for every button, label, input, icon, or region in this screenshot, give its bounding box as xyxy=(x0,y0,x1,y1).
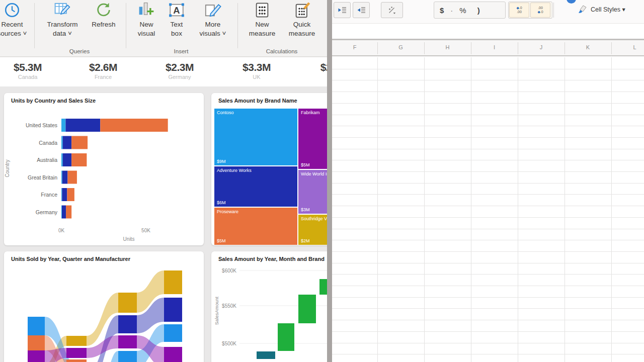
waterfall-bar[interactable] xyxy=(257,351,275,359)
treemap-tile-value: $2M xyxy=(301,238,310,243)
ribbon-button-label: Newvisual xyxy=(133,20,160,38)
column-header-K[interactable]: K xyxy=(586,44,590,50)
ribbon-block[interactable] xyxy=(164,298,182,322)
ribbon-block[interactable] xyxy=(118,293,137,313)
increase-decimal-button[interactable]: ◆.0.00 xyxy=(509,3,529,18)
bar-segment[interactable] xyxy=(63,153,71,166)
bar-segment[interactable] xyxy=(63,136,71,149)
column-header-F[interactable]: F xyxy=(353,44,357,50)
bar-segment[interactable] xyxy=(62,171,68,184)
kpi-label: France xyxy=(68,74,138,80)
treemap-tile[interactable]: Fabrikam$5M xyxy=(298,109,327,169)
column-header-J[interactable]: J xyxy=(540,44,543,50)
ribbon-button-refresh[interactable]: Refresh xyxy=(86,0,122,48)
decrease-indent-button[interactable] xyxy=(334,2,351,18)
kpi-label: Germany xyxy=(144,74,215,80)
kpi-card-UK[interactable]: $3.3MUK xyxy=(221,61,292,80)
ribbon-block[interactable] xyxy=(118,315,137,333)
kpi-card-cut[interactable]: $2 xyxy=(291,61,327,74)
ribbon-block[interactable] xyxy=(66,359,87,362)
ribbon-block[interactable] xyxy=(28,335,45,350)
ribbon-button-new-measure[interactable]: Newmeasure xyxy=(240,0,284,48)
ribbon-block[interactable] xyxy=(66,348,87,358)
bar-segment[interactable] xyxy=(65,119,100,132)
ribbon-button-text-box[interactable]: ATextbox xyxy=(162,0,191,48)
ribbon-block[interactable] xyxy=(28,350,45,362)
category-label: Germany xyxy=(36,209,58,215)
decrease-decimal-button[interactable]: .00◆.0 xyxy=(530,3,550,18)
spreadsheet-grid[interactable] xyxy=(332,57,644,362)
column-header-L[interactable]: L xyxy=(633,44,636,50)
bar-segment[interactable] xyxy=(61,136,63,149)
ribbon-block[interactable] xyxy=(66,336,87,346)
ribbon-button-recent-sources[interactable]: Recentsources ˅ xyxy=(0,0,44,48)
cell-styles-button[interactable]: Cell Styles ▾ xyxy=(578,4,625,14)
waterfall-bar[interactable] xyxy=(319,279,327,295)
treemap-tile[interactable]: Proseware$5M xyxy=(214,208,297,245)
powerbi-window: Recentsources ˅Transformdata ˅RefreshNew… xyxy=(0,0,327,362)
bar-segment[interactable] xyxy=(62,206,66,219)
recent-sources-icon xyxy=(4,2,21,19)
bar-segment[interactable] xyxy=(61,206,62,219)
treemap-tile[interactable]: Contoso$9M xyxy=(214,109,297,165)
decrease-indent-icon xyxy=(337,5,347,15)
waterfall-bar[interactable] xyxy=(278,323,294,351)
kpi-card-Canada[interactable]: $5.3MCanada xyxy=(0,61,63,80)
kpi-card-Germany[interactable]: $2.3MGermany xyxy=(144,61,215,80)
bar-segment[interactable] xyxy=(67,171,76,184)
currency-format-button[interactable]: $ xyxy=(434,6,449,15)
bar-segment[interactable] xyxy=(66,206,71,219)
visual-units-by-country[interactable]: Units by Country and Sales Size 0K50KUni… xyxy=(4,93,204,245)
bar-segment[interactable] xyxy=(61,171,62,184)
bar-segment[interactable] xyxy=(71,153,87,166)
kpi-card-row[interactable]: $5.3MCanada$2.6MFrance$2.3MGermany$3.3MU… xyxy=(0,57,327,86)
comma-format-button[interactable]: ) xyxy=(472,6,486,15)
bar-segment[interactable] xyxy=(67,188,74,201)
ribbon-button-transform-data[interactable]: Transformdata ˅ xyxy=(39,0,86,48)
currency-dropdown[interactable]: · xyxy=(449,6,454,15)
column-header-I[interactable]: I xyxy=(494,44,495,50)
ribbon-button-new-visual[interactable]: Newvisual xyxy=(133,0,160,48)
gridline-horizontal xyxy=(332,194,644,195)
ribbon-block[interactable] xyxy=(164,324,182,342)
split-screen: Recentsources ˅Transformdata ˅RefreshNew… xyxy=(0,0,644,362)
gridline-horizontal xyxy=(332,308,644,309)
treemap-tile-value: $5M xyxy=(301,162,310,167)
column-header-G[interactable]: G xyxy=(398,44,403,50)
ribbon-block[interactable] xyxy=(164,270,182,294)
visual-sales-by-brand[interactable]: Sales Amount by Brand Name Contoso$9MAdv… xyxy=(211,93,327,245)
x-tick: 50K xyxy=(141,228,150,233)
waterfall-bar[interactable] xyxy=(298,295,316,323)
bar-segment[interactable] xyxy=(62,188,67,201)
treemap-tile[interactable]: Wide World Importers$3M xyxy=(298,170,327,214)
text-orientation-button[interactable] xyxy=(381,2,403,18)
bar-segment[interactable] xyxy=(61,153,63,166)
visual-sales-waterfall[interactable]: Sales Amount by Year, Month and Brand $6… xyxy=(211,251,327,362)
ribbon-button-quick-measure[interactable]: Quickmeasure xyxy=(280,0,324,48)
column-header-H[interactable]: H xyxy=(446,44,450,50)
x-tick: 0K xyxy=(58,228,65,233)
ribbon-button-label: Recentsources ˅ xyxy=(0,20,44,38)
treemap-tile[interactable]: Adventure Works$6M xyxy=(214,166,297,207)
kpi-card-France[interactable]: $2.6MFrance xyxy=(68,61,138,80)
percent-format-button[interactable]: % xyxy=(454,6,471,15)
ribbon-block[interactable] xyxy=(118,335,137,348)
bar-segment[interactable] xyxy=(61,188,62,201)
visual-units-sold-ribbon[interactable]: Units Sold by Year, Quarter and Manufact… xyxy=(4,251,204,362)
ribbon-group-calculations: Calculations xyxy=(266,48,298,54)
ribbon-block[interactable] xyxy=(28,317,45,335)
text-orientation-icon xyxy=(387,6,396,15)
text-box-icon: A xyxy=(168,2,185,19)
ribbon-button-more-visuals[interactable]: Morevisuals ˅ xyxy=(193,0,232,48)
bar-segment[interactable] xyxy=(100,119,168,132)
treemap-tile[interactable]: Southridge Video$2M xyxy=(298,215,327,245)
increase-indent-button[interactable] xyxy=(353,2,370,18)
number-format-group: $ · % ) xyxy=(434,2,506,19)
formula-bar[interactable] xyxy=(332,23,644,39)
treemap-tile-name: Fabrikam xyxy=(301,110,320,115)
ribbon-block[interactable] xyxy=(118,351,137,362)
ribbon-block[interactable] xyxy=(164,347,182,362)
bar-segment[interactable] xyxy=(61,119,65,132)
bar-segment[interactable] xyxy=(71,136,88,149)
gridline-horizontal xyxy=(332,217,644,218)
